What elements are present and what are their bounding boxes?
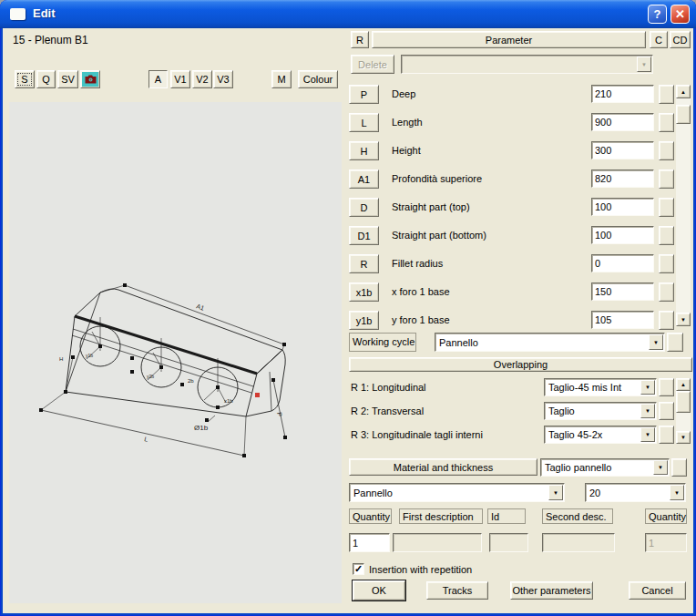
c-button[interactable]: C: [650, 31, 668, 48]
repetition-checkbox[interactable]: ✓: [353, 563, 364, 575]
preset-combo[interactable]: ▼: [401, 55, 653, 74]
dropdown-arrow-icon[interactable]: ▼: [640, 427, 655, 442]
colour-button[interactable]: Colour: [298, 70, 338, 88]
cut-combo-value: Taglio pannello: [541, 462, 652, 473]
dropdown-arrow-icon[interactable]: ▼: [637, 56, 651, 72]
param-value-input[interactable]: [591, 85, 654, 103]
overlap-scrollbar[interactable]: ▲ ▼: [676, 378, 691, 444]
param-code-button[interactable]: L: [349, 113, 379, 132]
m-button[interactable]: M: [271, 70, 292, 88]
param-code-button[interactable]: y1b: [349, 311, 379, 330]
dim-label-h: H: [59, 356, 63, 362]
scrollbar-thumb[interactable]: [676, 391, 691, 413]
param-code-button[interactable]: D1: [349, 226, 379, 245]
param-formula-button[interactable]: [659, 198, 674, 217]
cd-button[interactable]: CD: [670, 31, 691, 48]
param-scrollbar[interactable]: ▲ ▼: [676, 85, 691, 326]
view-s-button[interactable]: S: [15, 70, 35, 88]
help-button[interactable]: ?: [648, 5, 667, 24]
thickness-combo[interactable]: 20 ▼: [585, 483, 686, 502]
material-combo[interactable]: Pannello ▼: [349, 483, 565, 502]
view-v1-button[interactable]: V1: [170, 70, 190, 88]
quantity-input[interactable]: [349, 533, 390, 552]
tracks-button[interactable]: Tracks: [426, 581, 488, 600]
param-formula-button[interactable]: [659, 85, 674, 104]
overlap-r2-extra-button[interactable]: [659, 402, 674, 420]
view-a-button[interactable]: A: [148, 70, 168, 88]
scrollbar-thumb[interactable]: [676, 105, 691, 124]
dim-label-a1: A1: [196, 303, 205, 311]
window-title: Edit: [33, 6, 56, 20]
cut-extra-button[interactable]: [671, 458, 687, 477]
param-value-input[interactable]: [591, 311, 654, 329]
param-formula-button[interactable]: [659, 226, 674, 245]
param-value-input[interactable]: [591, 282, 654, 301]
param-code-button[interactable]: A1: [349, 169, 379, 189]
param-row: D Straight part (top): [349, 198, 675, 217]
ok-button[interactable]: OK: [353, 580, 405, 601]
dropdown-arrow-icon[interactable]: ▼: [640, 380, 655, 395]
overlap-r3-extra-button[interactable]: [659, 426, 674, 444]
view-v3-button[interactable]: V3: [213, 70, 233, 88]
material-header-button[interactable]: Material and thickness: [349, 458, 537, 476]
param-code-button[interactable]: P: [349, 85, 379, 104]
param-value-input[interactable]: [591, 198, 654, 216]
param-code-button[interactable]: x1b: [349, 282, 379, 302]
param-formula-button[interactable]: [659, 113, 674, 132]
check-icon: ✓: [354, 564, 363, 574]
view-v2-button[interactable]: V2: [192, 70, 212, 88]
param-code-button[interactable]: H: [349, 141, 379, 160]
dim-label-diameter1: Ø1b: [194, 424, 209, 432]
drawing-canvas[interactable]: A1 L P H Ø1b y1b y2b 2b x1b: [9, 102, 342, 603]
param-code-button[interactable]: D: [349, 198, 379, 217]
dropdown-arrow-icon[interactable]: ▼: [649, 334, 663, 350]
overlap-r3-combo[interactable]: Taglio 45-2x ▼: [544, 426, 657, 444]
col-quantity-label: Quantity: [349, 508, 392, 524]
param-formula-button[interactable]: [659, 254, 674, 273]
param-value-input[interactable]: [591, 226, 654, 244]
working-cycle-combo[interactable]: Pannello ▼: [435, 333, 665, 352]
param-value-input[interactable]: [591, 113, 654, 131]
other-parameters-button[interactable]: Other parameters: [510, 581, 593, 600]
titlebar[interactable]: Edit ? ✕: [0, 0, 696, 28]
param-formula-button[interactable]: [659, 311, 674, 330]
view-sv-button[interactable]: SV: [57, 70, 78, 88]
dropdown-arrow-icon[interactable]: ▼: [653, 460, 668, 475]
param-label: x foro 1 base: [392, 286, 450, 297]
id-field: [489, 533, 528, 552]
parameter-header[interactable]: Parameter: [372, 31, 646, 48]
param-label: Deep: [392, 88, 415, 99]
scroll-down-button[interactable]: ▼: [676, 431, 691, 444]
overlap-r1-combo[interactable]: Taglio-45 mis Int ▼: [544, 378, 657, 396]
cancel-button[interactable]: Cancel: [629, 581, 686, 600]
param-value-input[interactable]: [591, 141, 654, 159]
scroll-up-button[interactable]: ▲: [676, 85, 691, 98]
overlap-r2-value: Taglio: [545, 406, 640, 416]
delete-button[interactable]: Delete: [351, 55, 394, 74]
scroll-up-button[interactable]: ▲: [676, 378, 691, 391]
col-quantity2-label: Quantity: [645, 508, 687, 524]
hole3-label-a: 2b: [188, 378, 194, 384]
overlap-r2-combo[interactable]: Taglio ▼: [544, 402, 657, 420]
overlap-r1-extra-button[interactable]: [659, 378, 674, 396]
view-q-button[interactable]: Q: [36, 70, 56, 88]
param-formula-button[interactable]: [659, 282, 674, 302]
material-combo-value: Pannello: [350, 488, 548, 498]
dim-label-p: P: [276, 412, 283, 417]
param-value-input[interactable]: [591, 169, 654, 188]
dropdown-arrow-icon[interactable]: ▼: [640, 404, 655, 418]
param-formula-button[interactable]: [659, 169, 674, 189]
param-formula-button[interactable]: [659, 141, 674, 160]
close-button[interactable]: ✕: [670, 5, 690, 24]
cut-combo[interactable]: Taglio pannello ▼: [540, 458, 670, 477]
dropdown-arrow-icon[interactable]: ▼: [670, 485, 684, 500]
param-row: R Fillet radius: [349, 254, 675, 273]
r-button[interactable]: R: [351, 31, 369, 48]
param-code-button[interactable]: R: [349, 254, 379, 273]
scroll-down-button[interactable]: ▼: [676, 313, 691, 326]
working-cycle-extra-button[interactable]: [667, 333, 683, 352]
dropdown-arrow-icon[interactable]: ▼: [548, 485, 563, 500]
snapshot-button[interactable]: [80, 70, 100, 88]
param-value-input[interactable]: [591, 254, 654, 272]
quantity2-field: 1: [645, 533, 687, 552]
